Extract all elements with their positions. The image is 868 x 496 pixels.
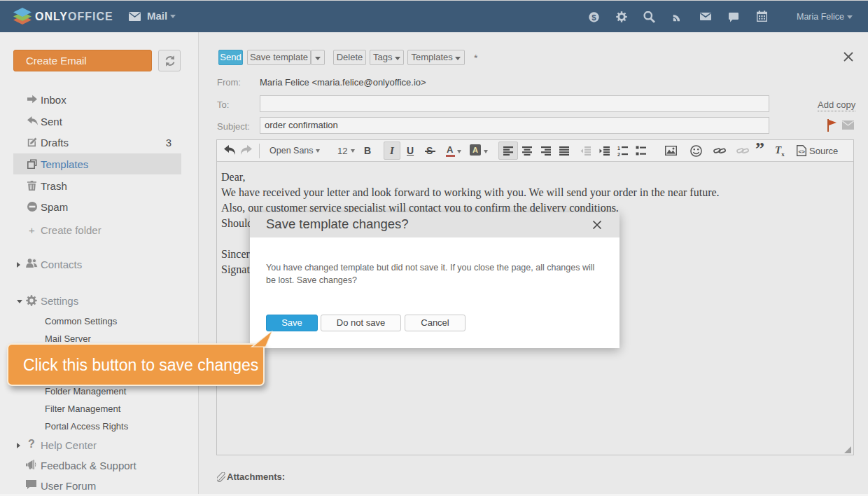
svg-text:$: $	[592, 13, 596, 22]
svg-text:<>: <>	[799, 149, 806, 155]
svg-text:1: 1	[617, 146, 620, 151]
svg-text:2: 2	[617, 152, 620, 157]
